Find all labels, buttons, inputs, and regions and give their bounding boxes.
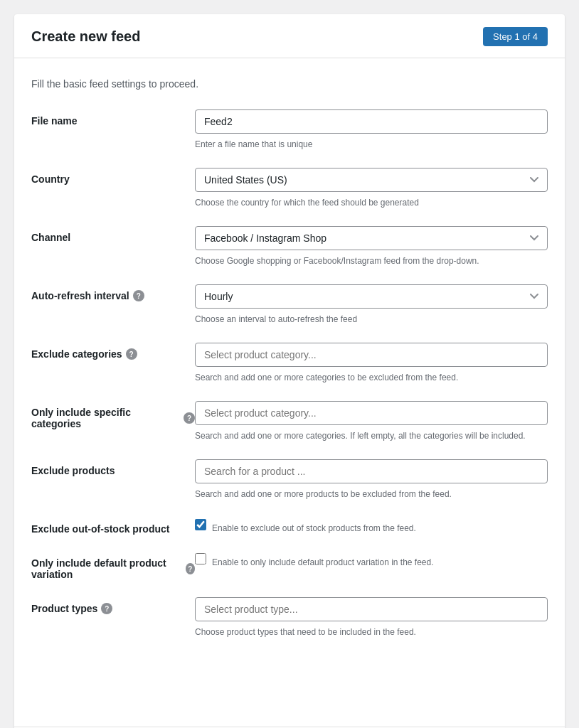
default-variation-checkbox[interactable] — [195, 553, 206, 564]
exclude-categories-input[interactable] — [195, 343, 548, 367]
subtitle: Fill the basic feed settings to proceed. — [31, 78, 548, 90]
auto-refresh-row: Auto-refresh interval ? Hourly Choose an… — [31, 284, 548, 326]
country-hint: Choose the country for which the feed sh… — [195, 196, 548, 209]
exclude-products-row: Exclude products Search and add one or m… — [31, 459, 548, 500]
country-select[interactable]: United States (US) — [195, 168, 548, 192]
channel-hint: Choose Google shopping or Facebook/Insta… — [195, 255, 548, 267]
default-variation-hint: Enable to only include default product v… — [212, 556, 434, 569]
channel-row: Channel Facebook / Instagram Shop Choose… — [31, 226, 548, 267]
channel-label: Channel — [31, 232, 195, 243]
exclude-categories-row: Exclude categories ? Search and add one … — [31, 343, 548, 384]
exclude-categories-label: Exclude categories ? — [31, 348, 195, 360]
include-categories-label: Only include specific categories ? — [31, 407, 195, 429]
include-categories-input[interactable] — [195, 401, 548, 425]
product-types-hint: Choose product types that need to be inc… — [195, 626, 548, 638]
auto-refresh-hint: Choose an interval to auto-refresh the f… — [195, 313, 548, 326]
exclude-out-of-stock-label: Exclude out-of-stock product — [31, 523, 195, 535]
channel-select[interactable]: Facebook / Instagram Shop — [195, 226, 548, 250]
exclude-categories-hint: Search and add one or more categories to… — [195, 371, 548, 384]
auto-refresh-label: Auto-refresh interval ? — [31, 290, 195, 301]
exclude-products-label: Exclude products — [31, 465, 195, 476]
exclude-out-of-stock-control: Enable to exclude out of stock products … — [195, 518, 548, 535]
product-types-label: Product types ? — [31, 603, 195, 614]
product-types-row: Product types ? Choose product types tha… — [31, 597, 548, 638]
file-name-hint: Enter a file name that is unique — [195, 138, 548, 151]
include-categories-row: Only include specific categories ? Searc… — [31, 401, 548, 442]
exclude-out-of-stock-checkbox[interactable] — [195, 519, 206, 530]
default-variation-label: Only include default product variation ? — [31, 557, 195, 580]
default-variation-control: Enable to only include default product v… — [195, 552, 548, 569]
exclude-out-of-stock-hint: Enable to exclude out of stock products … — [212, 522, 416, 535]
file-name-input[interactable]: Feed2 — [195, 109, 548, 134]
exclude-out-of-stock-row: Exclude out-of-stock product Enable to e… — [31, 518, 548, 535]
step-badge: Step 1 of 4 — [483, 27, 548, 46]
default-variation-help-icon[interactable]: ? — [186, 563, 195, 574]
country-row: Country United States (US) Choose the co… — [31, 168, 548, 209]
exclude-products-hint: Search and add one or more products to b… — [195, 488, 548, 500]
include-categories-help-icon[interactable]: ? — [184, 412, 195, 424]
auto-refresh-select[interactable]: Hourly — [195, 284, 548, 309]
default-variation-row: Only include default product variation ?… — [31, 552, 548, 580]
page-title: Create new feed — [31, 28, 140, 45]
auto-refresh-help-icon[interactable]: ? — [133, 290, 144, 301]
product-types-help-icon[interactable]: ? — [101, 603, 112, 614]
file-name-row: File name Feed2 Enter a file name that i… — [31, 109, 548, 151]
country-label: Country — [31, 173, 195, 185]
product-types-input[interactable] — [195, 597, 548, 621]
file-name-label: File name — [31, 115, 195, 127]
exclude-products-input[interactable] — [195, 459, 548, 483]
include-categories-hint: Search and add one or more categories. I… — [195, 429, 548, 442]
exclude-categories-help-icon[interactable]: ? — [126, 348, 137, 360]
